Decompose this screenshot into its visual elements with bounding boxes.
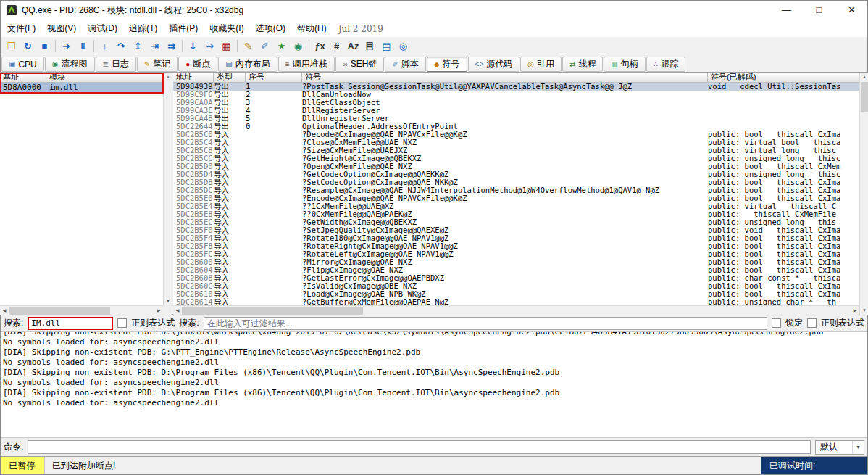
tab-memory-map[interactable]: ▤内存布局 <box>218 57 277 72</box>
step-out-icon[interactable]: ↥ <box>130 38 146 54</box>
trace-over-icon[interactable]: ⇝ <box>201 38 218 54</box>
modules-hscroll-thumb[interactable] <box>9 307 110 315</box>
scroll-left-icon[interactable]: ◀ <box>0 306 9 315</box>
ascii-table-icon[interactable]: Az <box>345 38 362 54</box>
tab-source[interactable]: <>源代码 <box>468 57 520 72</box>
symbol-row[interactable]: 5D99CA0A导出3DllGetClassObject <box>173 99 859 107</box>
symbol-row[interactable]: 5DC2B5E0导入?Encode@CxImage@@QAE_NPAVCxFil… <box>173 194 859 202</box>
symbol-row[interactable]: 5DC2B5DC导入?Resample@CxImage@@QAE_NJJW4In… <box>173 186 859 194</box>
script-icon[interactable]: ✐ <box>256 38 273 54</box>
symbols-vscroll-thumb[interactable] <box>861 82 868 112</box>
menu-view[interactable]: 视图(V) <box>41 20 82 37</box>
symbol-row[interactable]: 5DC2B600导入?Mirror@CxImage@@QAE_NXZpublic… <box>173 258 859 266</box>
tab-trace[interactable]: ∴跟踪 <box>646 57 685 72</box>
minimize-button[interactable]: — <box>770 0 803 20</box>
symbol-row[interactable]: 5DC2B5D8导入?SetCodecOption@CxImage@@QAE_N… <box>173 178 859 186</box>
tab-notes[interactable]: ✎笔记 <box>137 57 178 72</box>
symbol-row[interactable]: 5DC2B5F4导入?Rotate180@CxImage@@QAE_NPAV1@… <box>173 234 859 242</box>
command-mode-combobox[interactable]: 默认 ▾ <box>815 440 864 455</box>
memory-grid-icon[interactable]: ▤ <box>378 38 395 54</box>
menu-file[interactable]: 文件(F) <box>1 20 41 37</box>
symbol-row[interactable]: 5DC2B60C导入?IsValid@CxImage@@QBE_NXZpubli… <box>173 282 859 290</box>
patches-icon[interactable]: ✎ <box>240 38 256 54</box>
symbol-row[interactable]: 5DC2B5F8导入?RotateRight@CxImage@@QAE_NPAV… <box>173 242 859 250</box>
module-row[interactable]: 5D8A0000im.dll <box>0 83 163 93</box>
scroll-right-icon[interactable]: ▶ <box>851 306 859 315</box>
symbol-row[interactable]: 5D99CA3E导出4DllRegisterServer <box>173 107 859 115</box>
cjk-table-icon[interactable]: 目 <box>362 38 378 54</box>
symbols-header-type[interactable]: 类型 <box>214 73 246 83</box>
regex2-checkbox[interactable] <box>807 318 817 328</box>
modules-header-base[interactable]: 基址 <box>0 73 46 83</box>
command-input[interactable] <box>28 440 811 454</box>
symbol-row[interactable]: 5D984939导出1?PostTask_Session@SessionTask… <box>173 83 859 91</box>
symbol-row[interactable]: 5D99C9F6导出2DllCanUnloadNow <box>173 91 859 99</box>
step-into-icon[interactable]: ↓ <box>96 38 113 54</box>
symbols-header-address[interactable]: 地址 <box>173 73 214 83</box>
tab-call-stack[interactable]: ≡调用堆栈 <box>278 57 335 72</box>
settings-icon[interactable]: ◉ <box>290 38 306 54</box>
symbol-row[interactable]: 5DC2B5C8导入?Size@CxMemFile@@UAEJXZpublic:… <box>173 146 859 154</box>
symbol-row[interactable]: 5DC2B5E4导入??1CxMemFile@@UAE@XZpublic: vi… <box>173 202 859 210</box>
symbol-row[interactable]: 5DC2B5FC导入?RotateLeft@CxImage@@QAE_NPAV1… <box>173 250 859 258</box>
symbol-row[interactable]: 5DC2B608导入?GetLastError@CxImage@@QAEPBDX… <box>173 274 859 282</box>
symbols-header-ordinal[interactable]: 序号 <box>246 73 302 83</box>
symbol-row[interactable]: 5DC2B5F0导入?SetJpegQuality@CxImage@@QAEXE… <box>173 226 859 234</box>
symbol-row[interactable]: 5DC2B610导入?Load@CxImage@@QAE_NPB_WK@Zpub… <box>173 290 859 298</box>
result-filter-input[interactable] <box>204 317 767 330</box>
scroll-up-icon[interactable]: ▲ <box>860 73 868 81</box>
symbols-hscrollbar[interactable]: ◀ ▶ <box>173 305 859 315</box>
symbol-row[interactable]: 5DC22644导出0OptionalHeader.AddressOfEntry… <box>173 123 859 131</box>
tab-script[interactable]: ✐脚本 <box>385 57 425 72</box>
hash-icon[interactable]: # <box>328 38 345 54</box>
symbols-hscroll-thumb[interactable] <box>182 307 363 315</box>
modules-header-module[interactable]: 模块 <box>46 73 163 83</box>
tab-threads[interactable]: ⇄线程 <box>562 57 603 72</box>
trace-into-icon[interactable]: ⇣ <box>185 38 201 54</box>
step-over-icon[interactable]: ↷ <box>113 38 130 54</box>
run-to-user-code-icon[interactable]: ⇉ <box>163 38 180 54</box>
tab-handles[interactable]: ▥句柄 <box>604 57 645 72</box>
symbol-row[interactable]: 5DC2B5EC导入?GetWidth@CxImage@@QBEKXZpubli… <box>173 218 859 226</box>
scroll-right-icon[interactable]: ▶ <box>154 306 163 315</box>
modules-hscrollbar[interactable]: ◀ ▶ <box>0 305 163 315</box>
modules-vscrollbar[interactable]: ▲ ▼ <box>163 73 172 305</box>
window-finder-icon[interactable]: ◎ <box>395 38 412 54</box>
tab-references[interactable]: ◎引用 <box>520 57 562 72</box>
calculator-fx-icon[interactable]: ƒx <box>312 38 328 54</box>
scroll-down-icon[interactable]: ▼ <box>164 297 172 305</box>
stop-icon[interactable]: ■ <box>36 38 53 54</box>
chevron-down-icon[interactable]: ▾ <box>852 441 864 454</box>
symbol-row[interactable]: 5DC2B614导入?GetBuffer@CxMemFile@@QAEPAE_N… <box>173 298 859 305</box>
menu-options[interactable]: 选项(O) <box>250 20 291 37</box>
animate-icon[interactable]: ▦ <box>218 38 235 54</box>
symbol-row[interactable]: 5DC2B5D4导入?GetCodecOption@CxImage@@QAEKK… <box>173 170 859 178</box>
menu-trace[interactable]: 追踪(T) <box>123 20 163 37</box>
tab-log[interactable]: ≣日志 <box>96 57 136 72</box>
module-filter-input[interactable] <box>28 317 113 330</box>
symbol-row[interactable]: 5DC2B5C0导入?Decode@CxImage@@QAE_NPAVCxFil… <box>173 131 859 139</box>
tab-symbols[interactable]: ◆符号 <box>427 57 467 72</box>
symbols-header-symbol[interactable]: 符号 <box>302 73 708 83</box>
symbol-row[interactable]: 5DC2B604导入?Flip@CxImage@@QAE_NXZpublic: … <box>173 266 859 274</box>
regex-checkbox[interactable] <box>117 318 127 328</box>
symbol-row[interactable]: 5D99CA4B导出5DllUnregisterServer <box>173 115 859 123</box>
execute-till-return-icon[interactable]: ⇥ <box>146 38 163 54</box>
tab-cpu[interactable]: ▣CPU <box>1 57 44 72</box>
menu-help[interactable]: 帮助(H) <box>291 20 333 37</box>
menu-debug[interactable]: 调试(D) <box>82 20 123 37</box>
symbol-row[interactable]: 5DC2B5E8导入??0CxMemFile@@QAE@PAEK@Zpublic… <box>173 210 859 218</box>
restart-icon[interactable]: ↻ <box>20 38 36 54</box>
symbols-vscrollbar[interactable]: ▲ ▼ <box>859 73 868 315</box>
pause-icon[interactable]: ‖ <box>75 38 91 54</box>
lock-checkbox[interactable] <box>772 318 781 328</box>
symbols-header-decoded[interactable]: 符号(已解码) <box>708 73 859 83</box>
symbol-row[interactable]: 5DC2B5D0导入?Open@CxMemFile@@QAE_NXZpublic… <box>173 162 859 170</box>
open-file-icon[interactable]: ❒ <box>3 38 20 54</box>
scroll-down-icon[interactable]: ▼ <box>860 306 868 315</box>
scroll-left-icon[interactable]: ◀ <box>173 306 182 315</box>
scroll-up-icon[interactable]: ▲ <box>164 73 172 81</box>
run-icon[interactable]: ➜ <box>58 38 75 54</box>
symbol-row[interactable]: 5DC2B5CC导入?GetHeight@CxImage@@QBEKXZpubl… <box>173 154 859 162</box>
tab-seh-chain[interactable]: ∞SEH链 <box>335 57 385 72</box>
